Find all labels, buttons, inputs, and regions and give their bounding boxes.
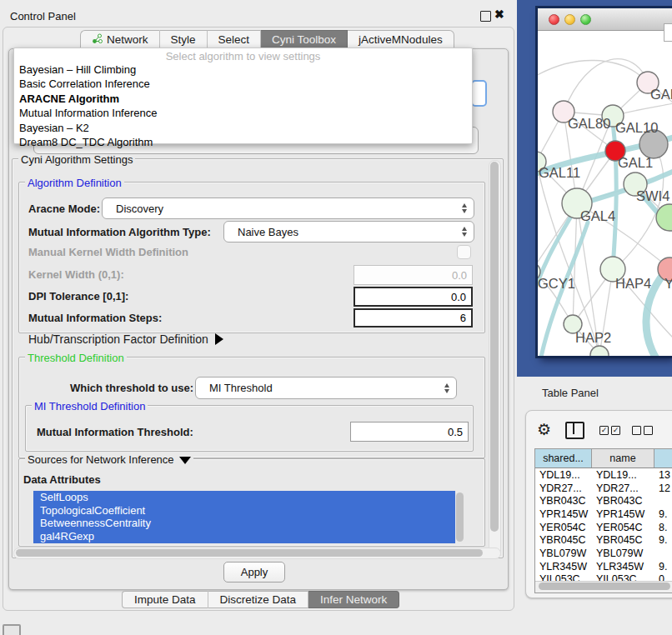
apply-button[interactable]: Apply xyxy=(223,562,285,582)
kernel-width-label: Kernel Width (0,1): xyxy=(28,268,124,281)
mi-steps-value: 6 xyxy=(460,312,466,324)
table-cell: 9. xyxy=(654,534,672,546)
attribute-item[interactable]: BetweennessCentrality xyxy=(33,517,455,530)
table-row[interactable]: YDR27...YDR27...12 xyxy=(535,482,672,495)
algorithm-dropdown-menu: Select algorithm to view settings Bayesi… xyxy=(13,48,473,144)
table-cell: YPR145W xyxy=(592,508,654,520)
combo-arrows-icon xyxy=(462,203,467,213)
table-cell: YBR045C xyxy=(535,534,592,546)
data-attributes-list[interactable]: SelfLoopsTopologicalCoefficientBetweenne… xyxy=(33,491,455,543)
table-row[interactable]: YBR043CYBR043C xyxy=(535,494,672,508)
network-canvas[interactable]: GALGAL80GAL10GAL1GAL11SWI4GAL4GCY1HAP4YH… xyxy=(538,31,672,356)
tab-cyni-toolbox[interactable]: Cyni Toolbox xyxy=(261,30,348,49)
table-cell: YER054C xyxy=(535,522,592,533)
menu-item[interactable]: Mutual Information Inference xyxy=(14,107,472,122)
bottom-tab-infer-network[interactable]: Infer Network xyxy=(308,591,399,608)
hub-definition-expander[interactable]: Hub/Transcription Factor Definition xyxy=(28,332,223,346)
node-label: GAL10 xyxy=(615,120,658,135)
menu-item[interactable]: Dream8 DC_TDC Algorithm xyxy=(14,136,472,151)
dpi-tolerance-value: 0.0 xyxy=(451,291,466,303)
table-cell: YDL19... xyxy=(592,469,654,481)
bottom-tab-impute-data[interactable]: Impute Data xyxy=(122,591,208,608)
table-cell: YLR345W xyxy=(592,561,654,572)
aracne-mode-combo[interactable]: Discovery xyxy=(102,198,474,219)
tab-label: Cyni Toolbox xyxy=(272,33,336,46)
table-row[interactable]: YER054CYER054C8. xyxy=(535,521,672,534)
minimize-traffic-light[interactable] xyxy=(564,14,575,25)
manual-kernel-checkbox[interactable] xyxy=(457,245,471,259)
float-window-icon[interactable] xyxy=(480,11,491,22)
close-traffic-light[interactable] xyxy=(549,14,559,25)
algorithm-definition-legend: Algorithm Definition xyxy=(25,177,124,189)
menu-item[interactable]: Basic Correlation Inference xyxy=(14,78,472,92)
column-header-shared[interactable]: shared... xyxy=(535,449,592,468)
mi-algorithm-type-value: Naive Bayes xyxy=(238,226,462,238)
select-all-icon[interactable]: ✓✓ xyxy=(599,426,620,435)
aracne-mode-label: Aracne Mode: xyxy=(28,202,100,215)
control-panel-titlebar: Control Panel xyxy=(0,5,515,27)
node-label: HAP2 xyxy=(575,330,611,345)
table-cell: YPR145W xyxy=(535,508,592,520)
hub-definition-label: Hub/Transcription Factor Definition xyxy=(28,332,208,346)
mi-threshold-field[interactable]: 0.5 xyxy=(350,422,469,442)
menu-item[interactable]: ARACNE Algorithm xyxy=(14,92,472,107)
table-row[interactable]: YBR045CYBR045C9. xyxy=(535,533,672,547)
gear-icon[interactable]: ⚙ xyxy=(537,420,551,440)
table-row[interactable]: YBL079WYBL079W xyxy=(535,547,672,560)
kernel-width-field[interactable]: 0.0 xyxy=(354,265,473,285)
sources-legend[interactable]: Sources for Network Inference xyxy=(25,453,193,466)
node-label: GAL xyxy=(650,87,672,102)
attributes-scrollbar[interactable] xyxy=(456,492,464,542)
which-threshold-value: MI Threshold xyxy=(209,382,444,394)
tab-label: Select xyxy=(218,33,250,46)
which-threshold-combo[interactable]: MI Threshold xyxy=(195,377,457,399)
menu-item[interactable]: Bayesian – K2 xyxy=(14,121,472,136)
table-header-row: shared...name xyxy=(535,449,672,468)
column-header[interactable] xyxy=(654,449,672,468)
tab-jactivemnodules[interactable]: jActiveMNodules xyxy=(348,30,454,49)
table-row[interactable]: YDL19...YDL19...13 xyxy=(535,468,672,482)
attribute-item[interactable]: gal4RGexp xyxy=(33,530,455,543)
docked-panel-icon[interactable] xyxy=(3,624,21,635)
node-table: shared...name YDL19...YDL19...13YDR27...… xyxy=(534,448,672,593)
tab-network[interactable]: Network xyxy=(80,30,160,49)
table-toolbar: ⚙ ✓✓ xyxy=(537,419,672,441)
algorithm-placeholder: Select algorithm to view settings xyxy=(14,50,472,62)
tab-select[interactable]: Select xyxy=(208,30,262,49)
mi-steps-field[interactable]: 6 xyxy=(354,308,473,328)
deselect-all-icon[interactable] xyxy=(632,426,653,435)
network-edge-highlighted xyxy=(538,207,577,308)
mi-algorithm-type-combo[interactable]: Naive Bayes xyxy=(223,221,474,242)
network-view-window: GALGAL80GAL10GAL1GAL11SWI4GAL4GCY1HAP4YH… xyxy=(538,8,672,356)
table-cell: YDR27... xyxy=(592,482,654,494)
network-node[interactable] xyxy=(656,204,672,231)
node-label: SWI4 xyxy=(636,188,669,203)
table-row[interactable]: YLR345WYLR345W9. xyxy=(535,560,672,573)
cyni-bottom-tabs: Impute DataDiscretize DataInfer Network xyxy=(122,591,399,608)
table-cell: YDL19... xyxy=(535,469,592,481)
bottom-tab-discretize-data[interactable]: Discretize Data xyxy=(208,591,309,608)
algorithm-menu-items: Bayesian – Hill ClimbingBasic Correlatio… xyxy=(14,62,472,150)
network-window-titlebar[interactable] xyxy=(538,8,672,31)
columns-icon[interactable] xyxy=(565,422,584,439)
combo-focus-ring-partial[interactable] xyxy=(471,80,487,107)
node-label: HAP4 xyxy=(615,276,651,291)
attribute-item[interactable]: SelfLoops xyxy=(33,491,455,504)
attribute-item[interactable]: TopologicalCoefficient xyxy=(33,504,455,518)
cyni-settings-legend: Cyni Algorithm Settings xyxy=(18,153,135,166)
dpi-tolerance-field[interactable]: 0.0 xyxy=(354,287,473,307)
zoom-traffic-light[interactable] xyxy=(580,14,591,25)
mi-threshold-value: 0.5 xyxy=(448,426,463,438)
table-row[interactable]: YPR145WYPR145W9. xyxy=(535,508,672,521)
which-threshold-label: Which threshold to use: xyxy=(70,382,193,394)
threshold-definition-legend: Threshold Definition xyxy=(25,352,127,364)
menu-item[interactable]: Bayesian – Hill Climbing xyxy=(14,62,472,78)
settings-hscroll-thumb[interactable] xyxy=(16,549,483,557)
table-rows: YDL19...YDL19...13YDR27...YDR27...12YBR0… xyxy=(535,468,672,586)
close-icon[interactable]: ✖ xyxy=(494,8,504,21)
column-header-name[interactable]: name xyxy=(592,449,654,468)
tab-style[interactable]: Style xyxy=(160,30,208,49)
table-hscroll-thumb[interactable] xyxy=(539,582,670,590)
settings-vscroll-thumb[interactable] xyxy=(490,162,499,532)
node-label: GAL11 xyxy=(539,165,580,180)
